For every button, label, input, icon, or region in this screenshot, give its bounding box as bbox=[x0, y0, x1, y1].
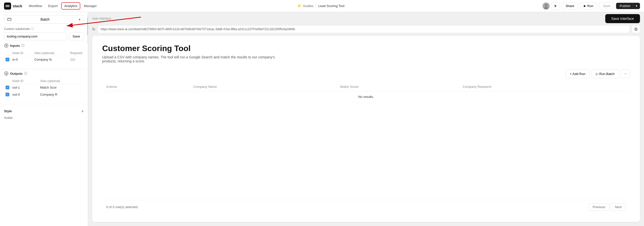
nav-export[interactable]: Export bbox=[46, 3, 60, 9]
url-bar: ↻ bbox=[88, 25, 644, 36]
breadcrumb-folder: Guides bbox=[303, 4, 313, 8]
stack-logo-icon bbox=[4, 3, 11, 10]
save-nav-button[interactable]: Save bbox=[599, 3, 614, 9]
svg-rect-2 bbox=[6, 6, 10, 7]
interface-label: User Interface bbox=[92, 17, 111, 20]
top-nav: stack Workflow Export Analytics Manager … bbox=[0, 0, 644, 12]
subdomain-row: Save bbox=[4, 32, 84, 40]
inputs-icon bbox=[4, 43, 9, 48]
batch-selector[interactable]: Batch ▾ bbox=[4, 15, 84, 24]
tool-actions: + Add Run ▷ Run Batch ··· bbox=[102, 69, 630, 78]
output-alias-1: Company R bbox=[39, 91, 84, 98]
outputs-table: Node ID Alias (optional) ✓ out-1 Match S… bbox=[4, 78, 84, 98]
no-results-row: No results. bbox=[102, 91, 630, 102]
run-batch-button[interactable]: ▷ Run Batch bbox=[592, 69, 619, 78]
nav-right: Share ▶ Run Save Publish ▾ bbox=[543, 2, 640, 10]
svg-rect-13 bbox=[635, 28, 637, 30]
input-node-id-0: in-0 bbox=[11, 56, 33, 63]
breadcrumb-folder-icon: 📁 bbox=[297, 4, 301, 8]
pagination-buttons: Previous Next bbox=[588, 203, 626, 211]
breadcrumb: 📁 Guides / Lead Scoring Tool bbox=[100, 4, 542, 8]
results-table: Actions Company Name Match Score Company… bbox=[102, 82, 630, 102]
input-checkbox-0[interactable]: ✓ bbox=[6, 58, 9, 61]
style-collapse-icon: ∧ bbox=[81, 109, 84, 113]
nav-manager[interactable]: Manager bbox=[81, 3, 99, 9]
output-node-id-1: out-0 bbox=[11, 91, 39, 98]
breadcrumb-page: Lead Scoring Tool bbox=[318, 4, 345, 8]
output-alias-0: Match Scor bbox=[39, 84, 84, 91]
input-required-toggle-0[interactable] bbox=[70, 58, 75, 61]
interface-header: User Interface Save Interface bbox=[88, 12, 644, 25]
output-row-1: ✓ out-0 Company R bbox=[4, 91, 84, 98]
svg-rect-0 bbox=[4, 3, 11, 10]
svg-rect-1 bbox=[6, 5, 10, 6]
run-play-icon: ▶ bbox=[584, 4, 586, 8]
publish-chevron-icon[interactable]: ▾ bbox=[633, 4, 640, 8]
tool-title: Customer Scoring Tool bbox=[102, 44, 630, 53]
outputs-info-icon[interactable]: ⓘ bbox=[24, 71, 27, 76]
main-content: User Interface Save Interface ↻ Customer… bbox=[88, 12, 644, 226]
svg-rect-14 bbox=[635, 28, 637, 30]
inputs-section: Inputs ⓘ Node ID Alias (optional) Requir… bbox=[0, 43, 88, 67]
nav-analytics[interactable]: Analytics bbox=[61, 2, 80, 10]
batch-label: Batch bbox=[13, 17, 77, 21]
input-alias-0: Company N bbox=[33, 56, 68, 63]
batch-icon bbox=[7, 17, 11, 21]
outputs-section: Outputs ⓘ Node ID Alias (optional) ✓ bbox=[0, 71, 88, 102]
tool-description: Upload a CSV with company names. The too… bbox=[102, 55, 283, 63]
previous-button[interactable]: Previous bbox=[588, 203, 610, 211]
save-interface-button[interactable]: Save Interface bbox=[605, 14, 640, 23]
no-results-text: No results. bbox=[102, 91, 630, 102]
col-match-score: Match Score bbox=[336, 82, 459, 91]
inputs-info-icon[interactable]: ⓘ bbox=[21, 44, 24, 48]
subdomain-label: Custom subdomain ⓘ bbox=[4, 27, 84, 31]
svg-rect-7 bbox=[8, 18, 11, 21]
inputs-table: Node ID Alias (optional) Required ✓ in-0 bbox=[4, 50, 84, 63]
copy-url-button[interactable] bbox=[632, 25, 640, 33]
style-header[interactable]: Style ∧ bbox=[4, 109, 84, 113]
inputs-header: Inputs ⓘ bbox=[4, 43, 84, 48]
tool-content: Customer Scoring Tool Upload a CSV with … bbox=[92, 36, 640, 222]
output-checkbox-1[interactable]: ✓ bbox=[6, 93, 9, 96]
svg-point-4 bbox=[544, 7, 548, 9]
tool-frame: Customer Scoring Tool Upload a CSV with … bbox=[92, 36, 640, 222]
svg-point-3 bbox=[545, 4, 547, 7]
publish-button[interactable]: Publish ▾ bbox=[616, 3, 640, 9]
batch-chevron-icon: ▾ bbox=[79, 18, 81, 21]
avatar bbox=[543, 3, 550, 10]
input-row-0: ✓ in-0 Company N bbox=[4, 56, 84, 63]
outputs-header: Outputs ⓘ bbox=[4, 71, 84, 76]
section-divider-1 bbox=[0, 69, 88, 69]
pagination-info: 0 of 0 row(s) selected. bbox=[106, 205, 138, 209]
sidebar: Batch ▾ Custom subdomain ⓘ Save In bbox=[0, 12, 88, 226]
next-button[interactable]: Next bbox=[611, 203, 626, 211]
output-checkbox-0[interactable]: ✓ bbox=[6, 86, 9, 89]
pagination: 0 of 0 row(s) selected. Previous Next bbox=[102, 200, 630, 214]
col-node-id: Node ID bbox=[11, 50, 33, 56]
col-actions: Actions bbox=[102, 82, 189, 91]
output-row-0: ✓ out-1 Match Scor bbox=[4, 84, 84, 91]
col-company-name: Company Name bbox=[189, 82, 336, 91]
subdomain-save-button[interactable]: Save bbox=[69, 32, 84, 40]
main-layout: Batch ▾ Custom subdomain ⓘ Save In bbox=[0, 12, 644, 226]
share-button[interactable]: Share bbox=[562, 3, 578, 9]
col-required: Required bbox=[68, 50, 84, 56]
logo: stack bbox=[4, 3, 22, 10]
logo-text: stack bbox=[13, 4, 22, 8]
col-out-alias: Alias (optional) bbox=[39, 78, 84, 84]
copy-icon bbox=[634, 27, 638, 31]
section-divider-2 bbox=[0, 104, 88, 104]
more-options-button[interactable]: ··· bbox=[621, 69, 630, 78]
add-run-button[interactable]: + Add Run bbox=[566, 69, 590, 78]
play-cursor-icon-btn[interactable] bbox=[552, 2, 560, 10]
col-alias: Alias (optional) bbox=[33, 50, 68, 56]
refresh-icon[interactable]: ↻ bbox=[92, 27, 95, 32]
run-button[interactable]: ▶ Run bbox=[580, 3, 597, 9]
url-input[interactable] bbox=[97, 25, 630, 33]
output-node-id-0: out-1 bbox=[11, 84, 39, 91]
col-company-research: Company Research bbox=[459, 82, 630, 91]
cursor-icon bbox=[554, 4, 557, 8]
nav-workflow[interactable]: Workflow bbox=[26, 3, 45, 9]
subdomain-input[interactable] bbox=[4, 32, 67, 40]
subdomain-info-icon[interactable]: ⓘ bbox=[31, 27, 34, 31]
